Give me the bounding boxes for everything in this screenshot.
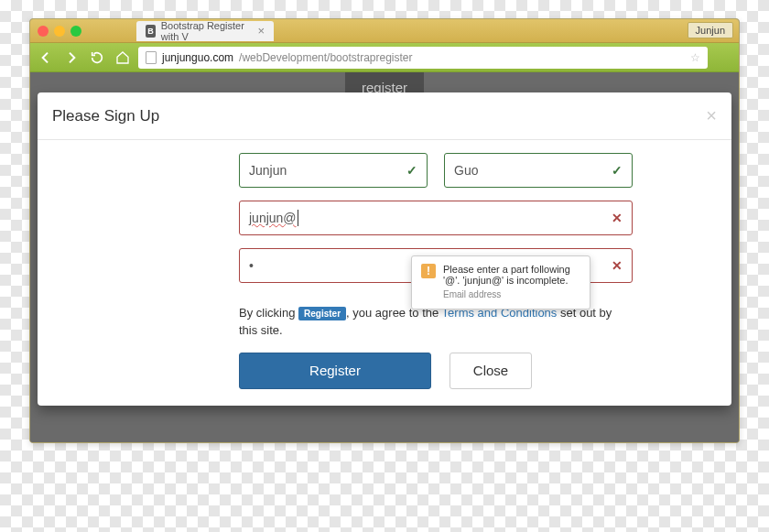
checkmark-icon: ✓ — [612, 163, 623, 178]
minimize-window-button[interactable] — [54, 26, 65, 37]
tab-title: Bootstrap Register with V — [161, 20, 249, 42]
modal-title: Please Sign Up — [52, 107, 159, 125]
modal-body: Junjun ✓ Guo ✓ junjun@ ✕ — [38, 140, 731, 389]
traffic-lights — [38, 26, 81, 37]
validation-popover: ! Please enter a part following '@'. 'ju… — [411, 255, 590, 309]
close-button[interactable]: Close — [449, 353, 532, 389]
page-icon — [146, 51, 157, 64]
back-button[interactable] — [36, 48, 56, 68]
email-row: junjun@ ✕ — [239, 201, 633, 235]
email-input[interactable]: junjun@ ✕ — [239, 201, 633, 235]
text-cursor — [298, 210, 298, 226]
first-name-value: Junjun — [249, 163, 287, 178]
address-bar[interactable]: junjunguo.com/webDevelopment/bootstrapre… — [138, 47, 708, 69]
forward-button[interactable] — [61, 48, 81, 68]
reload-button[interactable] — [87, 48, 107, 68]
error-x-icon: ✕ — [612, 211, 623, 225]
browser-toolbar: junjunguo.com/webDevelopment/bootstrapre… — [30, 43, 739, 72]
modal-header: Please Sign Up × — [38, 92, 731, 140]
validation-label: Email address — [443, 289, 580, 299]
signup-modal: Please Sign Up × Junjun ✓ Guo ✓ — [38, 92, 731, 406]
email-value: junjun@ — [249, 211, 297, 225]
hamburger-menu-icon[interactable] — [713, 48, 733, 68]
maximize-window-button[interactable] — [70, 26, 81, 37]
register-button[interactable]: Register — [239, 353, 431, 389]
warning-icon: ! — [421, 264, 436, 278]
last-name-input[interactable]: Guo ✓ — [444, 153, 633, 188]
checkmark-icon: ✓ — [406, 163, 417, 178]
error-x-icon: ✕ — [612, 258, 623, 273]
modal-close-icon[interactable]: × — [706, 105, 717, 126]
tab-favicon: B — [146, 25, 156, 38]
agree-prefix: By clicking — [239, 306, 298, 320]
profile-chip[interactable]: Junjun — [688, 22, 733, 38]
bookmark-star-icon[interactable]: ☆ — [690, 51, 700, 64]
close-window-button[interactable] — [38, 26, 49, 37]
first-name-input[interactable]: Junjun ✓ — [239, 153, 428, 188]
url-path: /webDevelopment/bootstrapregister — [239, 51, 412, 64]
button-row: Register Close — [239, 353, 633, 389]
window-titlebar: B Bootstrap Register with V × Junjun — [30, 19, 739, 43]
page-backdrop: register Please Sign Up × Junjun ✓ Guo ✓ — [30, 72, 739, 442]
tab-close-icon[interactable]: × — [257, 24, 265, 38]
browser-window: B Bootstrap Register with V × Junjun jun… — [29, 18, 740, 443]
browser-tab[interactable]: B Bootstrap Register with V × — [136, 21, 274, 41]
validation-message: Please enter a part following '@'. 'junj… — [443, 264, 580, 286]
url-host: junjunguo.com — [162, 51, 233, 64]
home-button[interactable] — [113, 48, 133, 68]
register-badge: Register — [298, 307, 346, 320]
password-value: • — [249, 258, 254, 273]
last-name-value: Guo — [454, 163, 478, 178]
agree-text: By clicking Register, you agree to the T… — [239, 305, 633, 340]
name-row: Junjun ✓ Guo ✓ — [239, 153, 633, 188]
